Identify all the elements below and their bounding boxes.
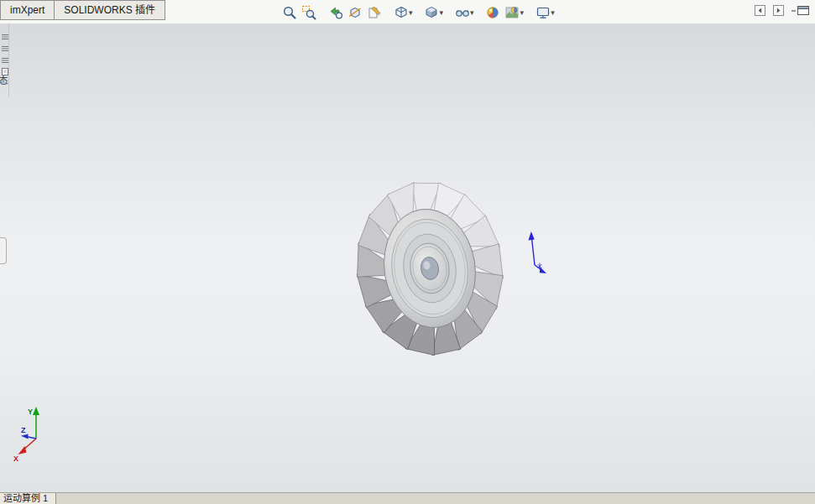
undock-window-button[interactable]: [791, 4, 810, 19]
dynamic-annotation-views-button[interactable]: [364, 3, 384, 22]
blue-annotation-arrows: [529, 231, 547, 273]
tab-solidworks-addins[interactable]: SOLIDWORKS 插件: [54, 0, 165, 20]
solidworks-window: imXpert SOLIDWORKS 插件: [0, 0, 815, 504]
heads-up-view-toolbar: ▾ ▾ ▾: [280, 3, 556, 23]
panel-splitter-handle[interactable]: [0, 237, 7, 264]
section-view-button[interactable]: [345, 3, 364, 22]
view-settings-button[interactable]: [533, 3, 552, 22]
header: imXpert SOLIDWORKS 插件: [0, 0, 815, 23]
edit-appearance-icon: [485, 5, 500, 20]
triad-y-label: Y: [28, 408, 33, 416]
pane-arrow-right-icon: [773, 5, 784, 16]
chevron-down-icon[interactable]: ▾: [409, 3, 413, 22]
chevron-down-icon[interactable]: ▾: [520, 3, 525, 22]
display-style-icon: [424, 5, 439, 20]
graphics-area[interactable]: Y X Z 态: [0, 23, 815, 492]
view-orientation-button[interactable]: [391, 3, 410, 22]
collapse-pane-back-button[interactable]: [755, 4, 765, 19]
header-right-controls: [755, 4, 810, 19]
collapse-pane-forward-button[interactable]: [773, 4, 784, 19]
zoom-to-fit-button[interactable]: [280, 3, 299, 22]
hide-show-items-icon: [455, 5, 470, 20]
tab-simxpert[interactable]: imXpert: [0, 0, 55, 20]
view-orientation-icon: [394, 5, 409, 20]
left-panel-border: [8, 23, 9, 97]
left-panel-vertical-label[interactable]: 态: [0, 75, 9, 85]
scene-canvas: Y X Z: [0, 23, 815, 492]
zoom-to-area-icon: [301, 5, 316, 20]
section-view-icon: [347, 5, 363, 20]
zoom-to-area-button[interactable]: [299, 3, 318, 22]
coordinate-triad[interactable]: Y X Z: [13, 407, 39, 463]
previous-view-button[interactable]: [326, 3, 345, 22]
tab-solidworks-addins-label: SOLIDWORKS 插件: [64, 4, 155, 16]
dynamic-annotation-views-icon: [367, 5, 382, 20]
hide-show-items-button[interactable]: [452, 3, 472, 22]
motion-study-tab[interactable]: 运动算例 1: [0, 493, 56, 504]
command-manager-tabs: imXpert SOLIDWORKS 插件: [0, 0, 165, 20]
tab-simxpert-label: imXpert: [10, 4, 44, 16]
chevron-down-icon[interactable]: ▾: [551, 3, 555, 22]
turbine-model[interactable]: [344, 171, 515, 366]
undock-window-icon: [791, 5, 810, 16]
apply-scene-icon: [504, 5, 520, 20]
view-settings-icon: [535, 5, 551, 20]
edit-appearance-button[interactable]: [483, 3, 503, 22]
chevron-down-icon[interactable]: ▾: [440, 3, 444, 22]
triad-z-label: Z: [21, 426, 26, 434]
chevron-down-icon[interactable]: ▾: [470, 3, 474, 22]
display-style-button[interactable]: [422, 3, 441, 22]
previous-view-icon: [328, 5, 343, 20]
zoom-to-fit-icon: [282, 5, 297, 20]
pane-arrow-left-icon: [755, 5, 765, 16]
status-bar: 运动算例 1: [0, 492, 815, 504]
apply-scene-button[interactable]: [503, 3, 522, 22]
triad-x-label: X: [13, 455, 18, 463]
